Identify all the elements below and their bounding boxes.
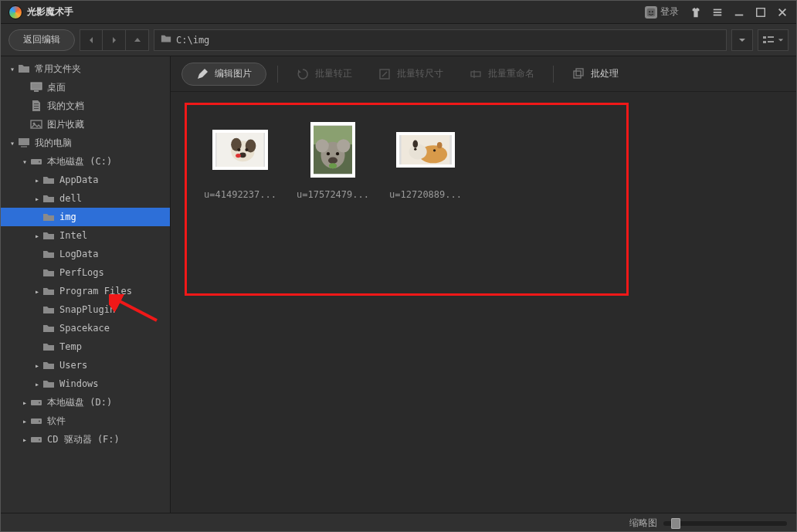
tree-folder-temp[interactable]: Temp: [1, 337, 170, 356]
slider-thumb[interactable]: [671, 518, 680, 529]
expand-icon: ▸: [32, 287, 42, 296]
svg-rect-7: [757, 8, 765, 16]
batch-process-button[interactable]: 批处理: [565, 63, 626, 86]
svg-point-44: [316, 139, 329, 152]
tree-folder-intel[interactable]: ▸Intel: [1, 226, 170, 245]
tree-folder-logdata[interactable]: LogData: [1, 245, 170, 263]
svg-point-46: [328, 157, 337, 164]
app-logo-icon: [8, 5, 22, 19]
tree-folder-appdata[interactable]: ▸AppData: [1, 171, 170, 189]
thumbnail-item[interactable]: u=17572479...: [294, 124, 371, 200]
pictures-icon: [30, 118, 42, 130]
back-to-edit-button[interactable]: 返回编辑: [8, 29, 75, 51]
titlebar: 光影魔术手 登录: [1, 1, 796, 24]
edit-image-button[interactable]: 编辑图片: [181, 63, 266, 86]
svg-rect-5: [714, 14, 722, 15]
folder-icon: [42, 303, 55, 316]
expand-icon: ▸: [32, 176, 42, 185]
tree-label: AppData: [59, 175, 99, 185]
tree-label: Users: [59, 360, 87, 371]
folder-icon: [42, 359, 55, 371]
thumbnail-item[interactable]: u=12720889...: [387, 124, 464, 200]
folder-icon: [161, 33, 171, 46]
thumbnail-label: u=12720889...: [389, 189, 462, 200]
collapse-icon: ▾: [19, 158, 30, 166]
svg-rect-10: [768, 36, 774, 38]
tree-label: Windows: [59, 378, 99, 389]
rotate-icon: [297, 68, 309, 80]
svg-rect-6: [735, 14, 744, 15]
svg-rect-15: [34, 106, 39, 107]
svg-point-1: [649, 11, 650, 12]
svg-rect-20: [21, 146, 27, 147]
thumbnail-grid: u=41492237...: [171, 92, 796, 513]
expand-icon: ▸: [32, 195, 42, 203]
tree-folder-windows[interactable]: ▸Windows: [1, 374, 170, 393]
folder-icon: [42, 174, 55, 186]
tree-folder-img[interactable]: img: [1, 208, 170, 226]
close-button[interactable]: [772, 3, 793, 22]
tree-desktop[interactable]: 桌面: [1, 78, 170, 97]
batch-rename-button[interactable]: 批量重命名: [462, 63, 542, 86]
tree-picture-collection[interactable]: 图片收藏: [1, 115, 170, 134]
view-mode-button[interactable]: [758, 29, 789, 51]
tree-folder-snapplugin[interactable]: SnapPlugin: [1, 300, 170, 319]
maximize-button[interactable]: [750, 3, 772, 22]
svg-rect-4: [714, 12, 722, 13]
folder-icon: [42, 229, 55, 242]
up-folder-button[interactable]: [126, 29, 149, 51]
tree-label: img: [59, 212, 76, 222]
tree-my-computer[interactable]: ▾ 我的电脑: [1, 134, 170, 152]
tree-label: 本地磁盘 (D:): [47, 396, 112, 409]
tree-drive[interactable]: ▸本地磁盘 (D:): [1, 393, 170, 412]
tree-label: Spacekace: [59, 323, 110, 334]
svg-point-22: [39, 161, 40, 163]
desktop-icon: [30, 81, 42, 93]
disk-icon: [30, 433, 42, 446]
svg-point-45: [337, 139, 350, 152]
login-button[interactable]: 登录: [645, 5, 679, 19]
batch-resize-button[interactable]: 批量转尺寸: [371, 63, 451, 86]
tree-drive[interactable]: ▸软件: [1, 412, 170, 430]
svg-point-26: [39, 421, 40, 422]
tree-label: Intel: [59, 230, 87, 241]
batch-rotate-button[interactable]: 批量转正: [289, 63, 360, 86]
thumbnail-image: [310, 122, 355, 178]
tree-label: dell: [59, 193, 82, 204]
tree-drive-c[interactable]: ▾ 本地磁盘 (C:): [1, 152, 170, 171]
tree-folder-dell[interactable]: ▸dell: [1, 189, 170, 208]
tree-label: LogData: [59, 249, 99, 259]
svg-rect-8: [763, 36, 766, 39]
folder-icon: [18, 63, 30, 75]
tree-folder-users[interactable]: ▸Users: [1, 356, 170, 374]
history-forward-button[interactable]: [103, 29, 126, 51]
content-toolbar: 编辑图片 批量转正 批量转尺寸 批量重命名 批处理: [171, 56, 796, 92]
svg-point-53: [414, 148, 416, 151]
collapse-icon: ▾: [7, 65, 18, 73]
tree-drive[interactable]: ▸CD 驱动器 (F:): [1, 430, 170, 449]
tree-label: CD 驱动器 (F:): [47, 433, 120, 446]
svg-rect-32: [576, 69, 583, 76]
minimize-button[interactable]: [728, 3, 750, 22]
tree-folder-perflogs[interactable]: PerfLogs: [1, 263, 170, 282]
tree-label: SnapPlugin: [59, 304, 115, 315]
tree-favorites-header[interactable]: ▾ 常用文件夹: [1, 59, 170, 78]
svg-point-38: [245, 148, 248, 151]
history-nav: [80, 29, 149, 51]
history-back-button[interactable]: [80, 29, 103, 51]
thumbnail-label: u=17572479...: [297, 189, 369, 200]
tree-folder-spacekace[interactable]: Spacekace: [1, 319, 170, 337]
address-history-dropdown[interactable]: [731, 29, 753, 51]
svg-point-24: [39, 402, 40, 404]
tree-my-documents[interactable]: 我的文档: [1, 97, 170, 115]
svg-rect-19: [19, 138, 29, 145]
tree-folder-program-files[interactable]: ▸Program Files: [1, 282, 170, 300]
menu-button[interactable]: [707, 3, 728, 22]
thumbnail-size-slider[interactable]: [663, 521, 787, 526]
navigation-bar: 返回编辑 C:\img: [1, 24, 796, 56]
thumbnail-item[interactable]: u=41492237...: [202, 124, 279, 200]
skin-button[interactable]: [685, 3, 707, 22]
svg-rect-31: [574, 71, 581, 78]
address-bar[interactable]: C:\img: [154, 29, 727, 51]
tree-label: Program Files: [59, 286, 132, 296]
